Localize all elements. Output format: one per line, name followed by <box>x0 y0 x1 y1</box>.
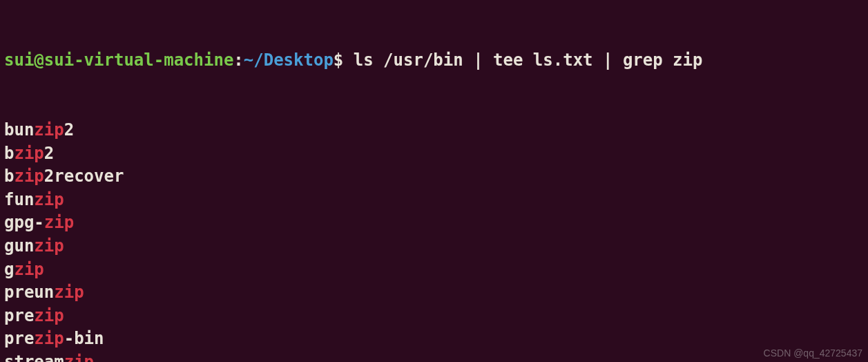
output-line: prezip <box>4 305 864 328</box>
output-line: streamzip <box>4 351 864 362</box>
output-lines-container: bunzip2bzip2bzip2recoverfunzipgpg-zipgun… <box>4 119 864 362</box>
text-segment: preun <box>4 283 54 302</box>
text-segment: gpg- <box>4 213 44 232</box>
text-segment: pre <box>4 306 34 325</box>
text-segment: -bin <box>64 329 104 348</box>
output-line: bzip2 <box>4 142 864 166</box>
text-segment: gun <box>4 236 34 256</box>
prompt-user-host: sui@sui-virtual-machine <box>4 50 233 70</box>
text-segment: 2recover <box>44 166 124 186</box>
output-line: funzip <box>4 189 864 212</box>
text-segment: stream <box>4 352 64 362</box>
grep-match: zip <box>14 166 44 186</box>
grep-match: zip <box>34 236 64 256</box>
output-line: bzip2recover <box>4 165 864 189</box>
grep-match: zip <box>14 144 44 163</box>
text-segment: bun <box>4 120 34 140</box>
grep-match: zip <box>34 329 64 348</box>
terminal-output[interactable]: sui@sui-virtual-machine:~/Desktop$ ls /u… <box>4 3 864 362</box>
text-segment: b <box>4 144 14 163</box>
grep-match: zip <box>64 352 94 362</box>
text-segment: b <box>4 166 14 186</box>
watermark: CSDN @qq_42725437 <box>764 347 862 361</box>
output-line: gpg-zip <box>4 211 864 235</box>
prompt-dollar: $ <box>334 50 343 70</box>
output-line: gzip <box>4 258 864 282</box>
output-line: prezip-bin <box>4 327 864 351</box>
text-segment: 2 <box>64 120 74 140</box>
text-segment: g <box>4 260 14 279</box>
output-line: preunzip <box>4 281 864 305</box>
text-segment: pre <box>4 329 34 348</box>
grep-match: zip <box>44 213 74 232</box>
prompt-separator: : <box>233 50 243 70</box>
output-line: bunzip2 <box>4 119 864 142</box>
grep-match: zip <box>14 260 44 279</box>
grep-match: zip <box>34 120 64 140</box>
output-line: gunzip <box>4 235 864 258</box>
prompt-path: ~/Desktop <box>244 50 334 70</box>
grep-match: zip <box>54 283 84 302</box>
text-segment: fun <box>4 190 34 209</box>
command-text: ls /usr/bin | tee ls.txt | grep zip <box>343 50 702 70</box>
grep-match: zip <box>34 306 64 325</box>
text-segment: 2 <box>44 144 54 163</box>
grep-match: zip <box>34 190 64 209</box>
prompt-line[interactable]: sui@sui-virtual-machine:~/Desktop$ ls /u… <box>4 49 864 73</box>
